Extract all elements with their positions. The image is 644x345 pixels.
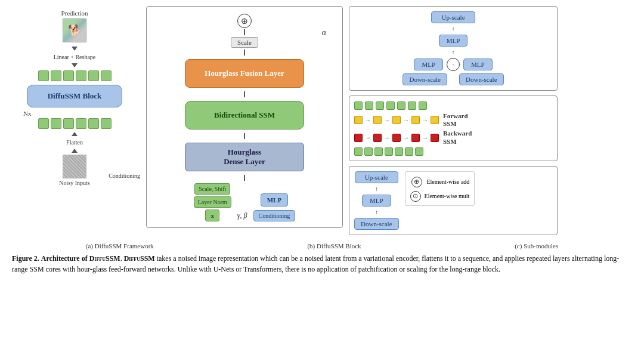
legend-mult-text: Element-wise mult bbox=[425, 193, 470, 199]
ssm-cell-r bbox=[431, 134, 439, 142]
circle-dot: · bbox=[447, 58, 460, 71]
ssm-cell bbox=[408, 101, 416, 110]
ssm-row-yellow: → → → → bbox=[354, 116, 439, 124]
panel-a: Prediction 🐕 Linear + Reshape DiffuSSM B… bbox=[9, 6, 140, 190]
forward-ssm-label: Forward SSM bbox=[443, 112, 468, 128]
green-box bbox=[51, 70, 61, 81]
ssm-cell-r bbox=[392, 134, 401, 142]
ssm-cell-y bbox=[373, 116, 382, 124]
panel-b-inner: ⊕ α Scale Hourglass Fusion Layer Bidirec… bbox=[154, 13, 335, 221]
layer-norm-box: Layer Norm bbox=[194, 196, 231, 208]
connector-5 bbox=[244, 175, 245, 181]
conditioning-b: Conditioning bbox=[253, 210, 296, 221]
connector-3 bbox=[244, 91, 245, 97]
main-container: Prediction 🐕 Linear + Reshape DiffuSSM B… bbox=[0, 0, 644, 281]
ssm-cell bbox=[386, 101, 395, 110]
downscale-btn-2: Down-scale bbox=[459, 73, 504, 85]
diagram-area: Prediction 🐕 Linear + Reshape DiffuSSM B… bbox=[9, 6, 635, 235]
connector-1 bbox=[244, 29, 245, 35]
diffussm-block-label: DiffuSSM Block bbox=[48, 91, 102, 101]
mlp-btn-4: MLP bbox=[362, 195, 391, 207]
ssm-cell bbox=[374, 147, 383, 156]
green-box bbox=[88, 70, 99, 81]
circle-plus: ⊕ bbox=[237, 14, 252, 28]
green-box bbox=[51, 118, 61, 129]
ssm-cell-r bbox=[373, 134, 382, 142]
green-box bbox=[63, 118, 74, 129]
downscale-btn-1: Down-scale bbox=[402, 73, 447, 85]
upscale-btn: Up-scale bbox=[431, 11, 475, 23]
ssm-cell bbox=[354, 101, 363, 110]
panel-c-bottom: Up-scale ↑ MLP ↑ Down-scale ⊕ Element-wi… bbox=[349, 166, 558, 235]
ssm-cell bbox=[415, 147, 423, 156]
legend-plus-icon: ⊕ bbox=[411, 177, 422, 187]
ssm-cell-r bbox=[411, 134, 420, 142]
hourglass-fusion-box: Hourglass Fusion Layer bbox=[185, 59, 304, 88]
ssm-cell-y bbox=[431, 116, 439, 124]
caption-arch-label: Architecture of bbox=[41, 254, 89, 263]
ssm-cell bbox=[354, 147, 363, 156]
panel-a-label: (a) DiffuSSM Framework bbox=[86, 242, 154, 249]
ssm-cell-y bbox=[411, 116, 420, 124]
alpha-label: α bbox=[322, 28, 326, 38]
gamma-beta-label: γ, β bbox=[237, 211, 247, 220]
legend-item-add: ⊕ Element-wise add bbox=[410, 175, 470, 189]
ssm-cell bbox=[385, 147, 393, 156]
arrow-up-1 bbox=[72, 132, 78, 136]
panels-labels-row: (a) DiffuSSM Framework (b) DiffuSSM Bloc… bbox=[9, 240, 635, 249]
green-row-mid bbox=[38, 118, 112, 129]
downscale-btn-3: Down-scale bbox=[354, 218, 399, 230]
ssm-cell bbox=[365, 101, 373, 110]
linear-reshape-label: Linear + Reshape bbox=[54, 54, 96, 60]
green-box bbox=[76, 70, 86, 81]
ssm-cell bbox=[405, 147, 413, 156]
x-box: x bbox=[205, 210, 219, 221]
scale-shift-box: Scale, Shift bbox=[194, 183, 230, 195]
ssm-cell-y bbox=[354, 116, 363, 124]
green-box bbox=[63, 70, 74, 81]
legend-item-mult: ⊙ Element-wise mult bbox=[410, 191, 470, 202]
legend-box: ⊕ Element-wise add ⊙ Element-wise mult bbox=[405, 171, 475, 206]
panel-c-label: (c) Sub-modules bbox=[515, 242, 558, 249]
bottom-left-c: Up-scale ↑ MLP ↑ Down-scale bbox=[354, 171, 399, 230]
ssm-cell bbox=[364, 147, 373, 156]
top-row-c: MLP · MLP bbox=[414, 58, 492, 71]
nx-label: Nx bbox=[23, 110, 31, 117]
dog-image: 🐕 bbox=[63, 19, 86, 42]
backward-ssm-label: Backward SSM bbox=[443, 130, 472, 145]
arrow-up-2 bbox=[72, 149, 78, 153]
panel-c-middle: → → → → Forward SSM → bbox=[349, 96, 558, 161]
caption: Figure 2. Architecture of DiffuSSM. Diff… bbox=[9, 253, 635, 275]
figure-num: Figure 2. bbox=[12, 254, 39, 263]
green-box bbox=[101, 70, 112, 81]
prediction-label: Prediction bbox=[61, 10, 88, 17]
conditioning-label-a: Conditioning bbox=[109, 172, 140, 179]
connector-4 bbox=[244, 133, 245, 139]
green-box bbox=[76, 118, 86, 129]
green-box bbox=[38, 118, 49, 129]
panel-c-top: Up-scale ↑ MLP ↑ MLP · MLP Down-scale Do… bbox=[349, 6, 558, 91]
panel-b: ⊕ α Scale Hourglass Fusion Layer Bidirec… bbox=[146, 6, 343, 228]
ssm-cell-y bbox=[392, 116, 401, 124]
connector-2 bbox=[244, 50, 245, 56]
ssm-row-red: → → → → bbox=[354, 134, 439, 142]
noisy-inputs-label: Noisy Inputs bbox=[59, 180, 89, 186]
hourglass-dense-box: Hourglass Dense Layer bbox=[185, 143, 304, 171]
noisy-image bbox=[63, 155, 86, 178]
green-row-top bbox=[38, 70, 112, 81]
green-box bbox=[88, 118, 99, 129]
flatten-label: Flatten bbox=[66, 139, 83, 146]
arrow-down-1 bbox=[72, 47, 78, 51]
ssm-cell-r bbox=[354, 134, 363, 142]
ssm-row-green-top bbox=[354, 101, 427, 110]
panel-c: Up-scale ↑ MLP ↑ MLP · MLP Down-scale Do… bbox=[349, 6, 558, 235]
ssm-cell bbox=[397, 101, 405, 110]
arrow-down-2 bbox=[72, 63, 78, 67]
ssm-cell bbox=[395, 147, 403, 156]
green-box bbox=[101, 118, 112, 129]
scale-box: Scale bbox=[231, 37, 258, 48]
mlp-btn-top: MLP bbox=[439, 35, 468, 47]
legend-dot-icon: ⊙ bbox=[410, 191, 421, 202]
mlp-box-b: MLP bbox=[261, 193, 288, 207]
mlp-btn-left: MLP bbox=[414, 58, 443, 70]
